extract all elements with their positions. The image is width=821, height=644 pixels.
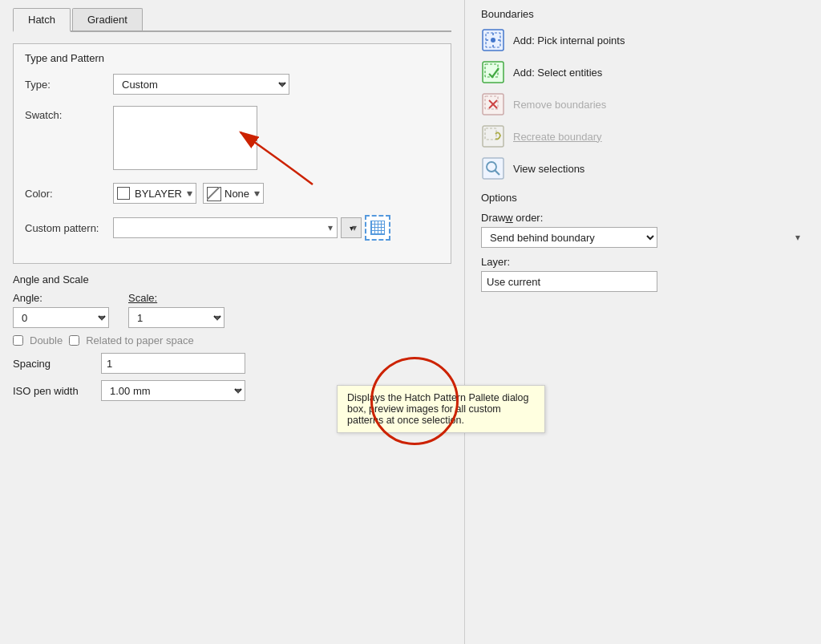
svg-rect-15 [483, 158, 504, 179]
color-swatch [117, 187, 130, 200]
boundaries-title: Boundaries [481, 8, 805, 20]
pattern-palette-btn[interactable] [365, 215, 390, 241]
layer-input[interactable] [481, 271, 657, 292]
custom-pattern-label: Custom pattern: [25, 222, 113, 234]
view-selections-icon [481, 156, 505, 180]
pick-internal-icon [481, 28, 505, 52]
remove-boundaries-icon [481, 92, 505, 116]
related-label: Related to paper space [86, 334, 193, 346]
scale-label: Scale: [128, 292, 224, 304]
color-label: Color: [25, 188, 113, 200]
angle-label: Angle: [13, 292, 109, 304]
type-pattern-title: Type and Pattern [25, 52, 439, 64]
layer-label: Layer: [481, 256, 805, 268]
svg-point-2 [491, 38, 495, 43]
angle-scale-title: Angle and Scale [13, 273, 451, 286]
custom-pattern-input[interactable] [113, 217, 338, 238]
double-label: Double [30, 334, 63, 346]
none-select-wrap[interactable]: None ▾ [203, 183, 264, 204]
none-chevron-icon: ▾ [255, 188, 260, 199]
pick-internal-label: Add: Pick internal points [513, 34, 625, 47]
svg-rect-7 [483, 62, 504, 83]
spacing-label: Spacing [13, 358, 101, 370]
double-checkbox[interactable] [13, 335, 23, 346]
swatch-preview [113, 106, 257, 170]
options-title: Options [481, 192, 805, 204]
scale-select[interactable]: 1 [128, 307, 224, 328]
custom-pattern-dropdown-btn[interactable]: ▾ [341, 217, 362, 238]
tooltip: Displays the Hatch Pattern Pallete dialo… [337, 385, 545, 433]
swatch-label: Swatch: [25, 106, 113, 121]
iso-select[interactable]: 1.00 mm [101, 380, 245, 401]
none-select[interactable]: None [223, 184, 252, 203]
remove-boundaries-label: Remove boundaries [513, 99, 606, 111]
angle-select[interactable]: 0 [13, 307, 109, 328]
boundary-item-recreate[interactable]: Recreate boundary [481, 124, 805, 148]
recreate-boundary-icon [481, 124, 505, 148]
color-select[interactable]: BYLAYER [133, 184, 184, 203]
select-entities-icon [481, 60, 505, 84]
select-entities-label: Add: Select entities [513, 67, 602, 79]
tab-gradient[interactable]: Gradient [72, 8, 143, 30]
color-select-wrap[interactable]: BYLAYER ▾ [113, 183, 196, 204]
type-select[interactable]: Predefined User defined Custom [113, 74, 289, 95]
related-checkbox[interactable] [69, 335, 79, 346]
iso-label: ISO pen width [13, 385, 101, 397]
pattern-grid-icon [370, 221, 385, 235]
none-icon [207, 187, 220, 200]
boundary-item-view[interactable]: View selections [481, 156, 805, 180]
boundary-item-pick[interactable]: Add: Pick internal points [481, 28, 805, 52]
tooltip-text: Displays the Hatch Pattern Pallete dialo… [347, 392, 529, 426]
type-label: Type: [25, 79, 113, 91]
boundary-item-remove[interactable]: Remove boundaries [481, 92, 805, 116]
recreate-boundary-label: Recreate boundary [513, 131, 602, 143]
draw-order-label: Draww order: [481, 212, 805, 224]
draw-order-select[interactable]: Do not assign Send to back Bring to fron… [481, 227, 657, 248]
tab-hatch[interactable]: Hatch [13, 8, 71, 32]
view-selections-label: View selections [513, 163, 584, 175]
boundary-item-select[interactable]: Add: Select entities [481, 60, 805, 84]
color-chevron-icon: ▾ [188, 188, 192, 199]
spacing-input[interactable] [101, 353, 245, 374]
